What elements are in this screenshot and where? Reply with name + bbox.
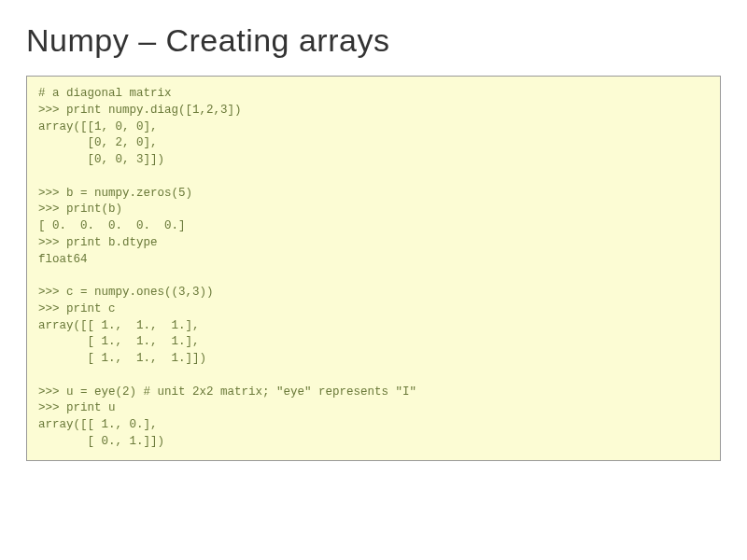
code-block: # a diagonal matrix >>> print numpy.diag…	[26, 76, 721, 461]
slide-title: Numpy – Creating arrays	[26, 22, 721, 59]
